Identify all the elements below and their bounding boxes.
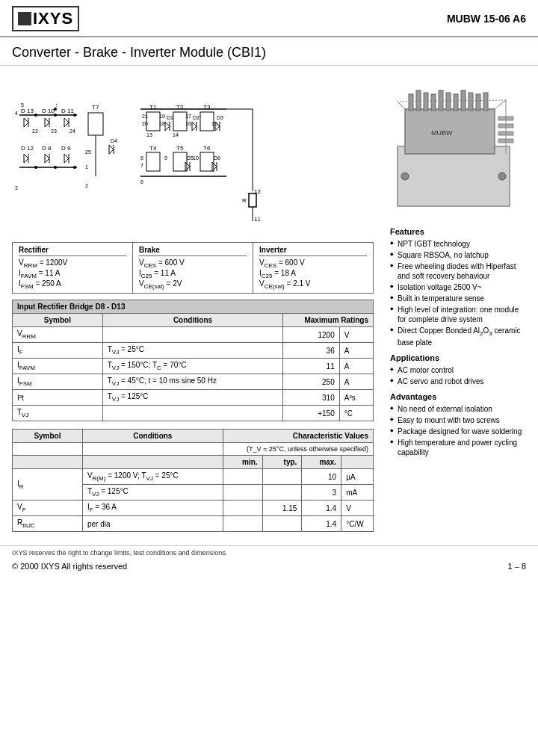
svg-text:D 12: D 12 (21, 145, 34, 152)
svg-marker-7 (64, 118, 69, 127)
title-section: Converter - Brake - Inverter Module (CBI… (0, 37, 538, 66)
specs-rectifier: Rectifier VRRM = 1200V IFAVM = 11 A IFSM… (12, 242, 132, 294)
cell-max2: 3 (302, 485, 341, 501)
svg-rect-97 (416, 90, 421, 111)
char-col-unit (341, 456, 374, 469)
features-section: Features NPT IGBT technology Square RBSO… (390, 227, 529, 347)
copyright-text: © 2000 IXYS All rights reserved (12, 562, 127, 571)
list-item: Package designed for wave soldering (390, 427, 529, 436)
svg-text:14: 14 (173, 132, 179, 137)
list-item: Easy to mount with two screws (390, 415, 529, 425)
svg-marker-54 (192, 122, 197, 131)
cell-symbol: IR (13, 469, 83, 501)
svg-text:T4: T4 (149, 145, 157, 152)
char-col-conditions: Conditions (82, 430, 223, 443)
bridge-table-section: Input Rectifier Bridge D8 - D13 Symbol C… (12, 300, 374, 421)
svg-text:D 9: D 9 (61, 145, 71, 152)
bridge-col-ratings: Maximum Ratings (283, 314, 374, 327)
cell-typ2 (262, 485, 302, 501)
svg-marker-42 (109, 145, 114, 154)
svg-line-115 (495, 100, 506, 109)
applications-section: Applications AC motor control AC servo a… (390, 353, 529, 386)
svg-rect-94 (398, 146, 510, 206)
cell-unit: °C/W (341, 516, 374, 532)
cell-unit: A (339, 374, 373, 390)
list-item: High temperature and power cycling capab… (390, 438, 529, 457)
cell-value: 250 (283, 374, 339, 390)
svg-text:T6: T6 (203, 145, 211, 152)
svg-text:↑: ↑ (55, 102, 58, 108)
table-row: VF IF = 36 A 1.15 1.4 V (13, 501, 374, 516)
cell-symbol: IFAVM (13, 359, 103, 374)
svg-line-114 (398, 102, 405, 109)
char-table-header-row: Symbol Conditions Characteristic Values (13, 430, 374, 443)
bridge-table-title: Input Rectifier Bridge D8 - D13 (12, 300, 374, 313)
cell-min2 (223, 485, 262, 501)
part-number: MUBW 15-06 A6 (447, 13, 526, 25)
list-item: Isolation voltage 2500 V~ (390, 282, 529, 292)
svg-text:D4: D4 (111, 138, 117, 143)
applications-title: Applications (390, 353, 529, 362)
disclaimer-text: IXYS reserves the right to change limits… (12, 549, 227, 557)
svg-point-31 (54, 108, 57, 111)
page-number: 1 – 8 (508, 562, 526, 571)
svg-marker-12 (24, 154, 28, 163)
cell-conditions: per dia (82, 516, 223, 532)
svg-marker-51 (165, 122, 170, 131)
cell-typ (262, 469, 302, 485)
svg-rect-90 (249, 193, 256, 207)
cell-unit: A²s (339, 390, 373, 406)
table-row: IFSM TVJ = 45°C; t = 10 ms sine 50 Hz 25… (13, 374, 374, 390)
cell-unit: A (339, 343, 373, 359)
svg-text:7: 7 (140, 163, 143, 168)
rectifier-row-2: IFAVM = 11 A (19, 269, 126, 279)
svg-text:21: 21 (142, 114, 148, 119)
bridge-col-symbol: Symbol (13, 314, 103, 327)
cell-typ (262, 516, 302, 532)
list-item: Free wheeling diodes with Hiperfast and … (390, 261, 529, 281)
specs-brake: Brake VCES = 600 V IC25 = 11 A VCE(sat) … (132, 242, 253, 294)
svg-text:17: 17 (185, 114, 191, 119)
svg-marker-14 (45, 154, 49, 163)
cell-conditions (102, 327, 283, 343)
list-item: NPT IGBT technology (390, 239, 529, 249)
list-item: High level of integration: one module fo… (390, 305, 529, 324)
svg-text:11: 11 (254, 216, 261, 223)
svg-text:16: 16 (185, 121, 191, 126)
char-table: Symbol Conditions Characteristic Values … (12, 429, 374, 532)
svg-text:4: 4 (15, 111, 18, 116)
char-note-row: (T_V = 25°C, unless otherwise specified) (13, 443, 374, 456)
svg-text:24: 24 (69, 128, 75, 134)
cell-conditions: TVJ = 125°C (102, 390, 283, 406)
cell-conditions: TVJ = 45°C; t = 10 ms sine 50 Hz (102, 374, 283, 390)
cell-conditions: IF = 36 A (82, 501, 223, 516)
char-note-text: (T_V = 25°C, unless otherwise specified) (223, 443, 373, 456)
svg-text:D3: D3 (217, 115, 223, 120)
features-list: NPT IGBT technology Square RBSOA, no lat… (390, 239, 529, 347)
advantages-list: No need of external isolation Easy to mo… (390, 404, 529, 457)
svg-text:23: 23 (51, 128, 57, 134)
svg-point-23 (34, 114, 37, 117)
table-row: IFAVM TVJ = 150°C; TC = 70°C 11 A (13, 359, 374, 374)
cell-unit: A (339, 359, 373, 374)
svg-point-28 (73, 166, 76, 169)
svg-rect-99 (431, 94, 436, 111)
bridge-table-header-row: Symbol Conditions Maximum Ratings (13, 314, 374, 327)
svg-text:D2: D2 (193, 115, 200, 120)
specs-inverter: Inverter VCES = 600 V IC25 = 18 A VCE(sa… (253, 242, 374, 294)
svg-marker-78 (212, 162, 217, 171)
cell-conditions (102, 406, 283, 421)
cell-max: 1.4 (302, 501, 341, 516)
svg-point-108 (498, 173, 506, 180)
brake-row-1: VCES = 600 V (139, 258, 247, 269)
right-panel: MUBW Features NPT IGBT technology Square… (381, 66, 538, 545)
table-row: I²t TVJ = 125°C 310 A²s (13, 390, 374, 406)
logo-box: IXYS (12, 6, 79, 31)
cell-symbol: TVJ (13, 406, 103, 421)
svg-rect-102 (454, 94, 458, 111)
svg-rect-47 (146, 112, 160, 131)
svg-text:D 11: D 11 (61, 108, 74, 114)
list-item: Direct Copper Bonded Al2O3 ceramic base … (390, 326, 529, 347)
applications-list: AC motor control AC servo and robot driv… (390, 365, 529, 386)
svg-rect-100 (439, 90, 443, 111)
